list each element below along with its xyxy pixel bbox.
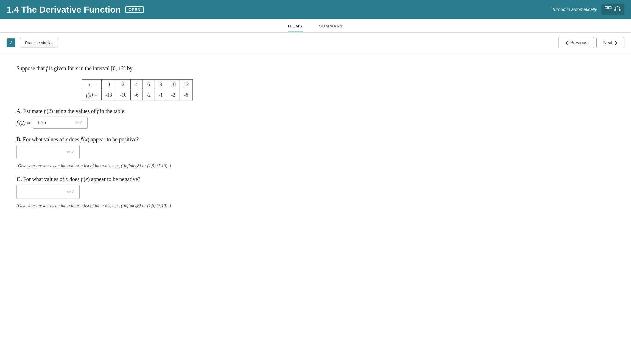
data-table: x = 0 2 4 6 8 10 12 f(x) = -13 -10 -6 -2…: [82, 79, 193, 100]
part-a-answer-input[interactable]: 1.75 ✏✓: [33, 117, 88, 129]
table-fx-8: -1: [155, 90, 167, 100]
table-fx-2: -10: [116, 90, 130, 100]
header-icons: [601, 4, 624, 15]
table-fx-4: -6: [130, 90, 143, 100]
part-c-hint: (Give your answer as an interval or a li…: [16, 203, 258, 208]
part-a-answer-row: f′(2) ≈ 1.75 ✏✓: [16, 117, 258, 129]
part-b-label: B. For what values of x does f′(x) appea…: [16, 136, 258, 143]
status-text: Turned in automatically: [552, 7, 597, 12]
table-header-label: x =: [82, 80, 102, 90]
table-x-8: 8: [155, 80, 167, 90]
svg-rect-0: [605, 7, 608, 9]
table-x-12: 12: [180, 80, 192, 90]
previous-label: Previous: [570, 40, 587, 45]
part-c-answer-input[interactable]: ✏✓: [16, 185, 80, 199]
part-a-letter: A.: [16, 108, 22, 114]
table-fx-0: -13: [101, 90, 116, 100]
part-c-text: For what values of x does f′(x) appear t…: [23, 176, 140, 182]
part-a-label: A. Estimate f′(2) using the values of f …: [16, 108, 258, 114]
part-b-hint: (Give your answer as an interval or a li…: [16, 163, 258, 168]
previous-button[interactable]: ❮ Previous: [558, 37, 594, 48]
table-x-0: 0: [101, 80, 116, 90]
toolbar-left: 7 Practice similar: [7, 38, 58, 47]
tab-summary[interactable]: SUMMARY: [319, 24, 343, 32]
pencil-icon-b: ✏✓: [67, 149, 75, 155]
problem-intro: Suppose that f is given for x in the int…: [16, 64, 258, 73]
table-fx-12: -6: [180, 90, 192, 100]
page-header: 1.4 The Derivative Function OPEN Turned …: [0, 0, 631, 19]
part-b-section: B. For what values of x does f′(x) appea…: [16, 136, 258, 168]
table-fx-label: f(x) =: [82, 90, 102, 100]
part-c-label: C. For what values of x does f′(x) appea…: [16, 176, 258, 182]
svg-rect-2: [614, 9, 616, 11]
part-a-section: A. Estimate f′(2) using the values of f …: [16, 108, 258, 129]
question-number: 7: [7, 38, 15, 47]
tabs-nav: ITEMS SUMMARY: [0, 19, 631, 33]
chevron-left-icon: ❮: [565, 40, 569, 45]
table-x-2: 2: [116, 80, 130, 90]
tab-items[interactable]: ITEMS: [288, 24, 303, 32]
part-c-section: C. For what values of x does f′(x) appea…: [16, 176, 258, 208]
header-right-group: Turned in automatically: [552, 4, 624, 15]
practice-similar-button[interactable]: Practice similar: [20, 38, 58, 47]
next-label: Next: [603, 40, 612, 45]
part-c-letter: C.: [16, 176, 22, 182]
table-fx-10: -2: [167, 90, 180, 100]
pencil-icon-c: ✏✓: [67, 189, 75, 195]
svg-rect-1: [608, 7, 611, 9]
next-button[interactable]: Next ❯: [596, 37, 624, 48]
crop-icon: [605, 6, 612, 13]
table-x-6: 6: [143, 80, 155, 90]
nav-buttons: ❮ Previous Next ❯: [558, 37, 624, 48]
part-a-text: Estimate f′(2) using the values of f in …: [23, 108, 125, 114]
main-content: Suppose that f is given for x in the int…: [0, 53, 275, 227]
toolbar: 7 Practice similar ❮ Previous Next ❯: [0, 33, 631, 53]
page-title: 1.4 The Derivative Function: [7, 5, 121, 15]
svg-rect-3: [619, 9, 621, 11]
part-b-letter: B.: [16, 136, 21, 142]
table-x-10: 10: [167, 80, 180, 90]
chevron-right-icon: ❯: [614, 40, 618, 45]
headphones-icon: [614, 6, 621, 13]
table-fx-6: -2: [143, 90, 155, 100]
part-a-answer-label: f′(2) ≈: [16, 120, 30, 126]
open-badge: OPEN: [125, 6, 144, 13]
header-left: 1.4 The Derivative Function OPEN: [7, 5, 144, 15]
table-x-4: 4: [130, 80, 143, 90]
pencil-checkmark-icon-a: ✏✓: [75, 120, 83, 126]
part-b-answer-input[interactable]: ✏✓: [16, 145, 80, 159]
part-b-text: For what values of x does f′(x) appear t…: [23, 136, 139, 142]
part-a-answer-value: 1.75: [37, 120, 72, 126]
